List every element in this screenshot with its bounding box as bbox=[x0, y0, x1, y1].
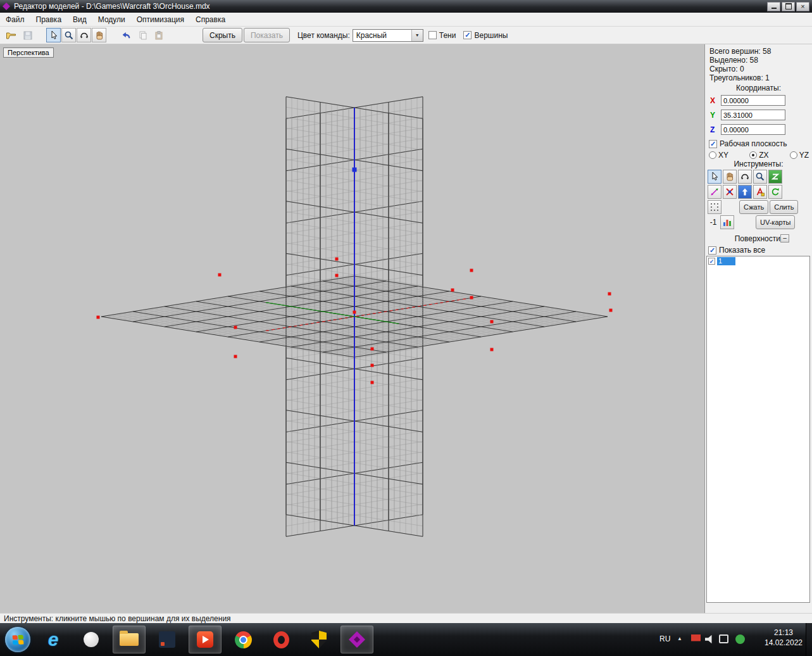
language-indicator[interactable]: RU bbox=[659, 634, 670, 643]
bar-chart-icon bbox=[722, 217, 732, 227]
close-button[interactable]: × bbox=[796, 2, 809, 11]
tray-volume-icon[interactable] bbox=[705, 634, 715, 644]
zoom-button[interactable] bbox=[753, 170, 767, 184]
plane-yz-radio[interactable]: YZ bbox=[790, 151, 809, 160]
taskbar-explorer[interactable] bbox=[113, 626, 146, 653]
clock-time: 21:13 bbox=[757, 628, 810, 638]
lock-vertices-button[interactable] bbox=[753, 185, 767, 199]
minimize-icon bbox=[771, 8, 777, 9]
menu-file[interactable]: Файл bbox=[0, 13, 30, 26]
save-button[interactable] bbox=[20, 28, 35, 42]
pan-button[interactable] bbox=[723, 170, 737, 184]
move-vertices-button[interactable] bbox=[708, 185, 721, 199]
zoom-tool-button[interactable] bbox=[61, 28, 76, 42]
taskbar-chrome[interactable] bbox=[227, 626, 259, 653]
copy-icon bbox=[138, 30, 148, 41]
stat-selected: Выделено: 58 bbox=[709, 56, 771, 65]
uv-maps-button[interactable]: UV-карты bbox=[756, 215, 795, 229]
rotate-tool-button[interactable] bbox=[77, 28, 91, 42]
menu-view[interactable]: Вид bbox=[67, 13, 92, 26]
menu-modules[interactable]: Модули bbox=[92, 13, 131, 26]
pan-tool-button[interactable] bbox=[92, 28, 106, 42]
coord-x-input[interactable] bbox=[721, 95, 785, 106]
team-color-label: Цвет команды: bbox=[297, 31, 350, 40]
histogram-button[interactable] bbox=[720, 215, 734, 229]
compress-button[interactable]: Сжать bbox=[739, 200, 768, 214]
wireframe-scene[interactable] bbox=[0, 44, 704, 613]
tray-flag-icon[interactable] bbox=[691, 634, 701, 644]
hide-button[interactable]: Скрыть bbox=[203, 28, 242, 42]
menu-help[interactable]: Справка bbox=[190, 13, 231, 26]
select-tool-button[interactable] bbox=[46, 28, 61, 42]
snap-vertices-button[interactable] bbox=[723, 185, 737, 199]
taskbar-media-player[interactable] bbox=[189, 626, 222, 653]
team-color-select[interactable]: Красный ▼ bbox=[353, 29, 423, 42]
dotted-selection-button[interactable] bbox=[708, 200, 721, 214]
taskbar-antivirus[interactable] bbox=[303, 626, 335, 653]
vertices-checkbox-row[interactable]: ✓ Вершины bbox=[463, 31, 508, 40]
show-all-checkbox[interactable]: ✓ bbox=[708, 246, 716, 255]
chevron-down-icon[interactable]: ▼ bbox=[411, 30, 423, 41]
z-axis-label: Z bbox=[710, 125, 718, 134]
stat-total-vertices: Всего вершин: 58 bbox=[709, 47, 771, 56]
surface-list-item[interactable]: ✓ 1 bbox=[707, 256, 809, 266]
plane-xy-radio[interactable]: XY bbox=[709, 151, 728, 160]
window-title: Редактор моделей - D:\Games\Warcraft 3\O… bbox=[14, 2, 766, 11]
show-all-checkbox-row[interactable]: ✓ Показать все bbox=[708, 246, 765, 255]
rotate-view-button[interactable] bbox=[738, 170, 752, 184]
radio-icon bbox=[790, 151, 797, 159]
cycle-arrows-icon bbox=[770, 187, 780, 197]
workplane-checkbox[interactable]: ✓ bbox=[709, 140, 717, 148]
start-button[interactable] bbox=[5, 627, 30, 652]
taskbar-model-editor[interactable] bbox=[340, 626, 373, 653]
vertices-checkbox[interactable]: ✓ bbox=[463, 31, 472, 39]
minimize-button[interactable] bbox=[767, 2, 780, 11]
close-icon: × bbox=[801, 3, 804, 10]
menu-edit[interactable]: Правка bbox=[30, 13, 68, 26]
plane-zx-radio[interactable]: ZX bbox=[749, 151, 768, 160]
surfaces-list[interactable]: ✓ 1 bbox=[706, 256, 810, 603]
magnifier-icon bbox=[64, 30, 74, 41]
shadows-checkbox-row[interactable]: Тени bbox=[428, 31, 456, 40]
viewport-3d[interactable]: Перспектива bbox=[0, 44, 704, 613]
clock[interactable]: 21:13 14.02.2022 bbox=[757, 628, 810, 648]
maximize-button[interactable] bbox=[782, 2, 795, 11]
tray-status-icon[interactable] bbox=[735, 634, 745, 644]
undo-button[interactable] bbox=[119, 28, 134, 42]
workplane-checkbox-row[interactable]: ✓ Рабочая плоскость bbox=[709, 139, 787, 148]
show-desktop-button[interactable] bbox=[806, 623, 812, 656]
surface-name-selected[interactable]: 1 bbox=[717, 257, 735, 265]
taskbar-internet-explorer[interactable]: e bbox=[37, 626, 70, 653]
shadows-checkbox[interactable] bbox=[428, 31, 437, 39]
taskbar-white-app[interactable] bbox=[75, 626, 108, 653]
coord-y-input[interactable] bbox=[721, 110, 785, 120]
z-letter-icon bbox=[770, 172, 780, 182]
y-axis-label: Y bbox=[710, 111, 718, 120]
select-vertices-button[interactable] bbox=[708, 170, 721, 184]
tool-grid: Сжать Слить -1 UV-карты bbox=[708, 170, 810, 230]
merge-button[interactable]: Слить bbox=[770, 200, 798, 214]
taskbar-opera[interactable] bbox=[265, 626, 297, 653]
plane-zx-label: ZX bbox=[759, 151, 768, 160]
collapse-button[interactable]: – bbox=[780, 234, 789, 243]
ie-icon: e bbox=[48, 630, 59, 649]
magnifier-icon bbox=[755, 172, 765, 182]
refresh-button[interactable] bbox=[768, 185, 782, 199]
taskbar-dark-app[interactable] bbox=[151, 626, 184, 653]
view-mode-button[interactable]: Перспектива bbox=[3, 47, 54, 58]
z-depth-button[interactable] bbox=[768, 170, 782, 184]
rotate-icon bbox=[740, 172, 750, 182]
paste-button[interactable] bbox=[151, 28, 166, 42]
tray-network-icon[interactable] bbox=[719, 634, 728, 643]
surface-visible-checkbox[interactable]: ✓ bbox=[708, 258, 715, 265]
open-button[interactable] bbox=[4, 28, 18, 42]
check-icon: ✓ bbox=[710, 140, 716, 148]
coord-z-input[interactable] bbox=[721, 124, 785, 135]
show-button[interactable]: Показать bbox=[244, 28, 290, 42]
app-icon bbox=[3, 3, 10, 10]
extrude-up-button[interactable] bbox=[738, 185, 752, 199]
menu-optimization[interactable]: Оптимизация bbox=[131, 13, 190, 26]
toolbar: Скрыть Показать Цвет команды: Красный ▼ … bbox=[0, 27, 812, 44]
tray-expand-icon[interactable]: ▲ bbox=[677, 636, 682, 641]
copy-button[interactable] bbox=[135, 28, 150, 42]
